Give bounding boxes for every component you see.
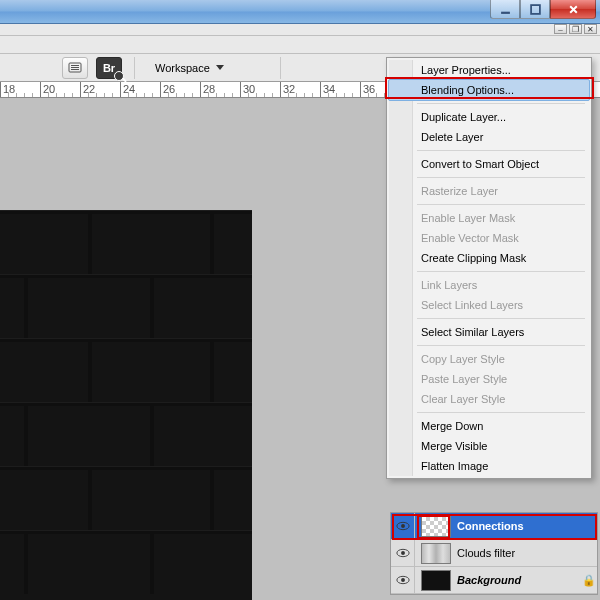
layers-panel: ConnectionsClouds filterBackground🔒 xyxy=(390,512,598,595)
window-close-button[interactable] xyxy=(550,0,596,19)
ruler-label: 18 xyxy=(3,83,15,95)
ruler-label: 22 xyxy=(83,83,95,95)
ruler-label: 28 xyxy=(203,83,215,95)
menu-separator xyxy=(417,318,585,319)
menu-separator xyxy=(417,204,585,205)
layer-thumbnail[interactable] xyxy=(421,570,451,591)
app-window-controls-row: – ❐ ✕ xyxy=(0,24,600,36)
menu-item[interactable]: Create Clipping Mask xyxy=(389,248,589,268)
ruler-label: 24 xyxy=(123,83,135,95)
menu-item: Link Layers xyxy=(389,275,589,295)
toolbar-separator xyxy=(134,57,135,79)
menu-item[interactable]: Layer Properties... xyxy=(389,60,589,80)
layer-thumbnail[interactable] xyxy=(421,543,451,564)
menu-item: Copy Layer Style xyxy=(389,349,589,369)
toolbar-separator xyxy=(280,57,281,79)
menu-item: Rasterize Layer xyxy=(389,181,589,201)
visibility-toggle[interactable] xyxy=(391,567,415,593)
menu-item[interactable]: Blending Options... xyxy=(388,79,590,101)
layer-name[interactable]: Background xyxy=(457,574,581,586)
layer-context-menu: Layer Properties...Blending Options...Du… xyxy=(386,57,592,479)
ruler-label: 32 xyxy=(283,83,295,95)
menu-separator xyxy=(417,412,585,413)
menu-item: Clear Layer Style xyxy=(389,389,589,409)
menu-item: Enable Layer Mask xyxy=(389,208,589,228)
svg-rect-0 xyxy=(501,11,510,13)
ruler-label: 34 xyxy=(323,83,335,95)
bridge-label: Br xyxy=(103,62,115,74)
os-titlebar xyxy=(0,0,600,24)
menu-item: Select Linked Layers xyxy=(389,295,589,315)
visibility-toggle[interactable] xyxy=(391,513,415,539)
menu-item: Enable Vector Mask xyxy=(389,228,589,248)
workspace-label: Workspace xyxy=(155,62,210,74)
window-maximize-button[interactable] xyxy=(520,0,550,19)
menu-separator xyxy=(417,271,585,272)
layer-name[interactable]: Clouds filter xyxy=(457,547,597,559)
layer-row[interactable]: Clouds filter xyxy=(391,540,597,567)
bridge-button[interactable]: Br xyxy=(96,57,122,79)
app-minimize-button[interactable]: – xyxy=(554,24,567,34)
ruler-label: 26 xyxy=(163,83,175,95)
ruler-label: 30 xyxy=(243,83,255,95)
svg-point-7 xyxy=(401,524,405,528)
menu-item: Paste Layer Style xyxy=(389,369,589,389)
magnifier-icon xyxy=(114,71,124,81)
menu-separator xyxy=(417,150,585,151)
menu-item[interactable]: Delete Layer xyxy=(389,127,589,147)
visibility-toggle[interactable] xyxy=(391,540,415,566)
screen-mode-icon[interactable] xyxy=(62,57,88,79)
ruler-label: 36 xyxy=(363,83,375,95)
menu-item[interactable]: Merge Visible xyxy=(389,436,589,456)
svg-point-9 xyxy=(401,551,405,555)
layer-row[interactable]: Background🔒 xyxy=(391,567,597,594)
menu-item[interactable]: Convert to Smart Object xyxy=(389,154,589,174)
chevron-down-icon xyxy=(216,65,224,70)
document-canvas[interactable] xyxy=(0,210,252,600)
menu-item[interactable]: Merge Down xyxy=(389,416,589,436)
menu-separator xyxy=(417,345,585,346)
menu-item[interactable]: Flatten Image xyxy=(389,456,589,476)
menu-separator xyxy=(417,103,585,104)
lock-icon: 🔒 xyxy=(581,574,597,587)
workspace-dropdown[interactable]: Workspace xyxy=(147,59,232,77)
menu-item[interactable]: Duplicate Layer... xyxy=(389,107,589,127)
layer-row[interactable]: Connections xyxy=(391,513,597,540)
menu-item[interactable]: Select Similar Layers xyxy=(389,322,589,342)
menu-bar[interactable] xyxy=(0,36,600,54)
svg-point-11 xyxy=(401,578,405,582)
ruler-label: 20 xyxy=(43,83,55,95)
layer-name[interactable]: Connections xyxy=(457,520,597,532)
window-minimize-button[interactable] xyxy=(490,0,520,19)
app-restore-button[interactable]: ❐ xyxy=(569,24,582,34)
layer-thumbnail[interactable] xyxy=(421,516,451,537)
svg-rect-1 xyxy=(531,5,540,14)
menu-separator xyxy=(417,177,585,178)
app-close-button[interactable]: ✕ xyxy=(584,24,597,34)
